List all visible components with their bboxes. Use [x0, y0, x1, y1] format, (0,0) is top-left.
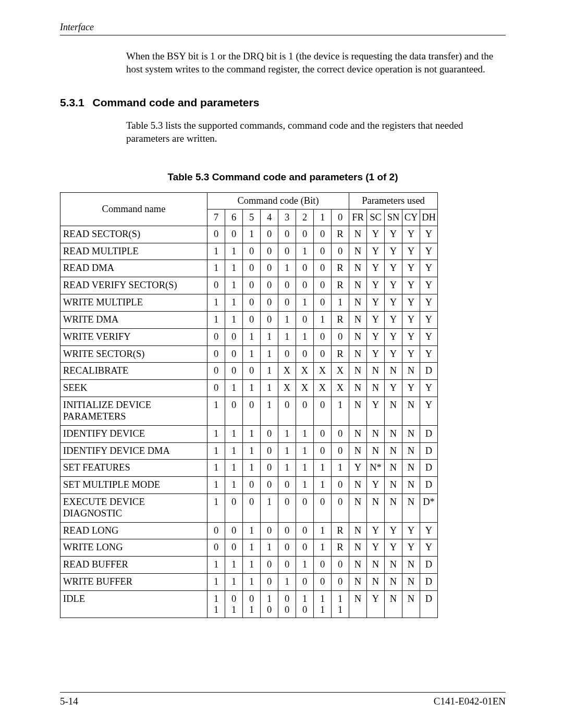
- bit-cell: 0: [243, 260, 261, 277]
- param-cell: N: [367, 494, 385, 523]
- bit-cell: R: [332, 260, 349, 277]
- param-cell: Y: [402, 243, 420, 260]
- param-cell: Y: [420, 311, 438, 328]
- bit-cell: 1: [261, 328, 278, 346]
- table-row: WRITE DMA1100101RNYYYY: [60, 311, 438, 328]
- bit-cell: 0: [243, 363, 261, 380]
- param-cell: N: [349, 574, 367, 591]
- command-name-cell: WRITE VERIFY: [60, 328, 207, 346]
- command-name-cell: IDENTIFY DEVICE: [60, 425, 207, 442]
- param-cell: N: [402, 442, 420, 460]
- param-cell: D: [420, 557, 438, 574]
- table-row: WRITE SECTOR(S)0011000RNYYYY: [60, 346, 438, 363]
- param-cell: Y: [367, 226, 385, 243]
- bit-cell: X: [332, 363, 349, 380]
- table-row: SEEK0111XXXXNNYYY: [60, 380, 438, 397]
- bit-cell: 1: [296, 425, 314, 442]
- param-cell: Y: [385, 380, 402, 397]
- param-cell: N: [349, 243, 367, 260]
- param-cell: Y: [402, 226, 420, 243]
- param-cell: N: [402, 557, 420, 574]
- bit-cell: 1: [332, 397, 349, 426]
- param-cell: Y: [402, 346, 420, 363]
- param-cell: N: [385, 574, 402, 591]
- intro-paragraph: When the BSY bit is 1 or the DRQ bit is …: [126, 50, 506, 76]
- bit-cell: 1: [207, 460, 225, 477]
- bit-cell: 1: [261, 346, 278, 363]
- col-header-bit: 3: [278, 209, 296, 226]
- command-table-body: READ SECTOR(S)0010000RNYYYYREAD MULTIPLE…: [60, 226, 438, 618]
- param-cell: D: [420, 590, 438, 618]
- bit-cell: 0: [261, 277, 278, 294]
- bit-cell: 11: [314, 590, 332, 618]
- command-name-cell: READ LONG: [60, 522, 207, 539]
- param-cell: N: [385, 557, 402, 574]
- bit-cell: 0: [314, 425, 332, 442]
- bit-cell: 1: [225, 311, 243, 328]
- param-cell: Y: [385, 277, 402, 294]
- bit-cell: 1: [243, 425, 261, 442]
- param-cell: Y: [385, 346, 402, 363]
- bit-cell: R: [332, 311, 349, 328]
- bit-cell: 0: [314, 442, 332, 460]
- bit-cell: 1: [296, 328, 314, 346]
- table-row: READ VERIFY SECTOR(S)0100000RNYYYY: [60, 277, 438, 294]
- command-name-cell: IDLE: [60, 590, 207, 618]
- bit-cell: 0: [332, 494, 349, 523]
- param-cell: N: [402, 363, 420, 380]
- table-row: WRITE BUFFER11101000NNNND: [60, 574, 438, 591]
- table-row: WRITE VERIFY00111100NYYYY: [60, 328, 438, 346]
- command-name-cell: INITIALIZE DEVICE PARAMETERS: [60, 397, 207, 426]
- bit-cell: X: [332, 380, 349, 397]
- bit-cell: 0: [332, 425, 349, 442]
- bit-cell: 0: [296, 277, 314, 294]
- section-title: Command code and parameters: [93, 96, 260, 108]
- bit-cell: 1: [314, 522, 332, 539]
- bit-cell: 1: [207, 494, 225, 523]
- param-cell: Y: [367, 260, 385, 277]
- param-cell: N: [385, 494, 402, 523]
- bit-cell: 1: [225, 574, 243, 591]
- bit-cell: 0: [243, 294, 261, 312]
- command-name-cell: WRITE SECTOR(S): [60, 346, 207, 363]
- bit-cell: 0: [225, 494, 243, 523]
- command-name-cell: READ DMA: [60, 260, 207, 277]
- bit-cell: 1: [225, 557, 243, 574]
- bit-cell: 0: [314, 328, 332, 346]
- param-cell: Y: [367, 277, 385, 294]
- param-cell: N: [349, 522, 367, 539]
- param-cell: Y: [420, 277, 438, 294]
- bit-cell: 0: [261, 460, 278, 477]
- table-row: READ MULTIPLE11000100NYYYY: [60, 243, 438, 260]
- command-name-cell: IDENTIFY DEVICE DMA: [60, 442, 207, 460]
- table-row: READ DMA1100100RNYYYY: [60, 260, 438, 277]
- param-cell: Y: [385, 226, 402, 243]
- param-cell: Y: [349, 460, 367, 477]
- section-paragraph: Table 5.3 lists the supported commands, …: [126, 119, 506, 145]
- bit-cell: 0: [261, 574, 278, 591]
- bit-cell: 1: [261, 397, 278, 426]
- param-cell: D: [420, 363, 438, 380]
- bit-cell: 1: [261, 363, 278, 380]
- bit-cell: 1: [243, 522, 261, 539]
- param-cell: Y: [420, 243, 438, 260]
- param-cell: Y: [402, 277, 420, 294]
- bit-cell: 0: [225, 363, 243, 380]
- bit-cell: 0: [261, 557, 278, 574]
- bit-cell: 1: [261, 539, 278, 557]
- bit-cell: 0: [225, 397, 243, 426]
- param-cell: Y: [367, 477, 385, 494]
- command-name-cell: RECALIBRATE: [60, 363, 207, 380]
- bit-cell: 0: [332, 328, 349, 346]
- bit-cell: X: [314, 363, 332, 380]
- param-cell: N: [349, 539, 367, 557]
- param-cell: Y: [367, 539, 385, 557]
- bit-cell: 1: [243, 539, 261, 557]
- param-cell: N: [349, 442, 367, 460]
- bit-cell: X: [296, 363, 314, 380]
- bit-cell: R: [332, 539, 349, 557]
- bit-cell: 0: [296, 539, 314, 557]
- bit-cell: 0: [278, 522, 296, 539]
- bit-cell: 0: [278, 557, 296, 574]
- bit-cell: 0: [243, 277, 261, 294]
